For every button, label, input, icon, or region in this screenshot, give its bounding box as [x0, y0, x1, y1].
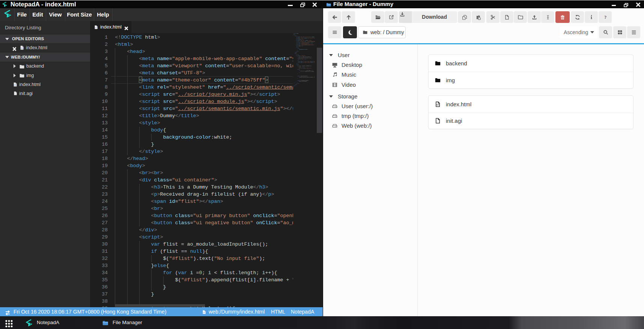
- svg-text:?: ?: [604, 15, 606, 20]
